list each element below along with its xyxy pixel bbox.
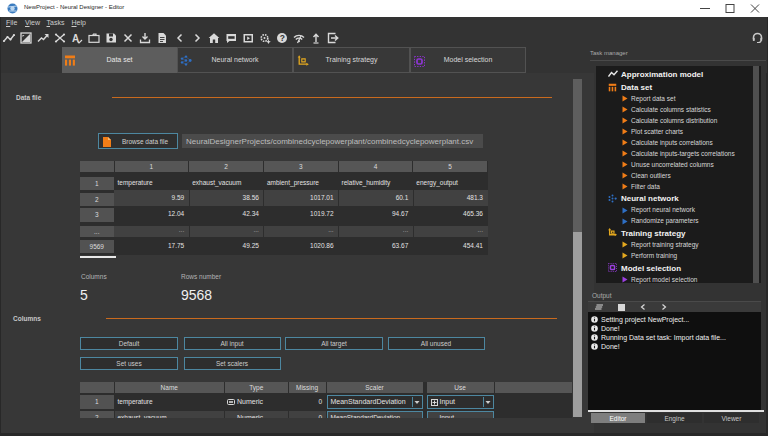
svg-text:?: ? (280, 33, 285, 43)
